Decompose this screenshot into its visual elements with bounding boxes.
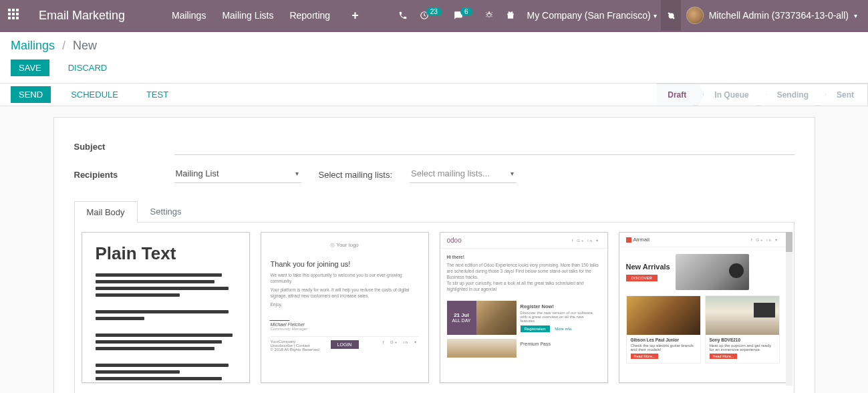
avatar bbox=[686, 7, 704, 24]
social-icons: f G+ in ✦ bbox=[383, 340, 419, 352]
stage-sending[interactable]: Sending bbox=[761, 84, 821, 106]
user-menu[interactable]: Mitchell Admin (3737364-13-0-all) ▾ bbox=[681, 7, 863, 24]
template-gallery-wrap: Plain Text bbox=[74, 223, 794, 393]
template-image bbox=[706, 296, 779, 335]
gift-icon[interactable] bbox=[506, 11, 515, 20]
save-button[interactable]: Save bbox=[11, 59, 49, 76]
discard-button[interactable]: Discard bbox=[60, 59, 116, 76]
activities-icon[interactable]: 23 bbox=[420, 11, 442, 20]
breadcrumb-current: New bbox=[73, 39, 97, 52]
messages-icon[interactable]: 6 bbox=[454, 11, 472, 20]
debug-icon[interactable] bbox=[484, 11, 494, 20]
activities-badge: 23 bbox=[426, 7, 442, 16]
template-logo: Your logo bbox=[271, 242, 419, 248]
company-switcher[interactable]: My Company (San Francisco) ▾ bbox=[527, 10, 657, 21]
send-button[interactable]: Send bbox=[11, 86, 51, 103]
tab-mail-body[interactable]: Mail Body bbox=[74, 201, 138, 223]
nav-menu: Mailings Mailing Lists Reporting + bbox=[172, 9, 359, 23]
nav-reporting[interactable]: Reporting bbox=[289, 10, 330, 21]
top-navbar: Email Marketing Mailings Mailing Lists R… bbox=[0, 0, 868, 31]
template-image bbox=[627, 296, 700, 335]
breadcrumb: Mailings / New bbox=[11, 39, 857, 53]
template-plain-text[interactable]: Plain Text bbox=[82, 232, 250, 383]
template-image bbox=[447, 339, 517, 358]
subject-input[interactable] bbox=[174, 138, 794, 155]
template-airmail[interactable]: Airmail f G+ in ✦ New Arrivals DISCOVER bbox=[619, 232, 787, 383]
stage-draft[interactable]: Draft bbox=[657, 84, 698, 106]
form-sheet-wrap: Subject Recipients Mailing List ▾ Select… bbox=[0, 106, 868, 393]
apps-icon[interactable] bbox=[8, 9, 21, 22]
breadcrumb-separator: / bbox=[62, 39, 65, 52]
select-lists-label: Select mailing lists: bbox=[319, 170, 393, 180]
template-text: We want to take this opportunity to welc… bbox=[271, 272, 419, 284]
statusbar: Draft In Queue Sending Sent bbox=[657, 84, 868, 106]
template-welcome[interactable]: Your logo Thank you for joining us! We w… bbox=[261, 232, 429, 383]
company-name: My Company (San Francisco) bbox=[527, 10, 651, 21]
social-icons: f G+ in ✦ bbox=[572, 238, 601, 243]
template-title: Plain Text bbox=[96, 243, 236, 264]
recipients-label: Recipients bbox=[74, 170, 174, 180]
nav-mailing-lists[interactable]: Mailing Lists bbox=[222, 10, 273, 21]
subject-label: Subject bbox=[74, 142, 174, 152]
template-odoo-event[interactable]: odoo f G+ in ✦ Hi there! The next editio… bbox=[440, 232, 608, 383]
tab-settings[interactable]: Settings bbox=[138, 201, 194, 222]
template-image bbox=[676, 254, 749, 290]
template-signature: Michael Fletcher Community Manager bbox=[271, 314, 419, 331]
caret-down-icon: ▾ bbox=[854, 12, 857, 19]
stage-in-queue[interactable]: In Queue bbox=[698, 84, 760, 106]
user-name: Mitchell Admin (3737364-13-0-all) bbox=[709, 10, 849, 21]
template-text: Enjoy, bbox=[271, 301, 419, 307]
template-logo: odoo bbox=[447, 237, 462, 244]
template-text: Your platform is ready for work. It will… bbox=[271, 287, 419, 299]
messages-badge: 6 bbox=[460, 7, 472, 16]
placeholder-lines bbox=[96, 273, 236, 383]
template-gallery: Plain Text bbox=[82, 232, 787, 386]
template-image bbox=[476, 301, 517, 335]
breadcrumb-root[interactable]: Mailings bbox=[11, 39, 55, 52]
app-brand[interactable]: Email Marketing bbox=[39, 9, 125, 23]
phone-icon[interactable] bbox=[398, 11, 408, 20]
schedule-button[interactable]: Schedule bbox=[63, 86, 126, 103]
status-row: Send Schedule Test Draft In Queue Sendin… bbox=[0, 84, 868, 106]
template-logo: Airmail bbox=[626, 237, 649, 243]
recipients-select[interactable]: Mailing List bbox=[174, 166, 301, 183]
systray: 23 6 My Company (San Francisco) ▾ bbox=[398, 10, 657, 21]
tabs: Mail Body Settings bbox=[74, 201, 794, 223]
stage-sent[interactable]: Sent bbox=[821, 84, 868, 106]
test-button[interactable]: Test bbox=[138, 86, 176, 103]
nav-mailings[interactable]: Mailings bbox=[172, 10, 206, 21]
gallery-scrollbar[interactable] bbox=[786, 232, 792, 386]
control-panel: Mailings / New Save Discard bbox=[0, 32, 868, 84]
social-icons: f G+ in ✦ bbox=[751, 237, 780, 242]
nav-new-icon[interactable]: + bbox=[351, 9, 359, 23]
caret-down-icon: ▾ bbox=[654, 12, 657, 19]
template-heading: Thank you for joining us! bbox=[271, 260, 419, 268]
form-sheet: Subject Recipients Mailing List ▾ Select… bbox=[53, 117, 815, 393]
developer-tools-icon[interactable] bbox=[661, 0, 681, 31]
mailing-lists-select[interactable]: Select mailing lists... bbox=[410, 166, 517, 183]
